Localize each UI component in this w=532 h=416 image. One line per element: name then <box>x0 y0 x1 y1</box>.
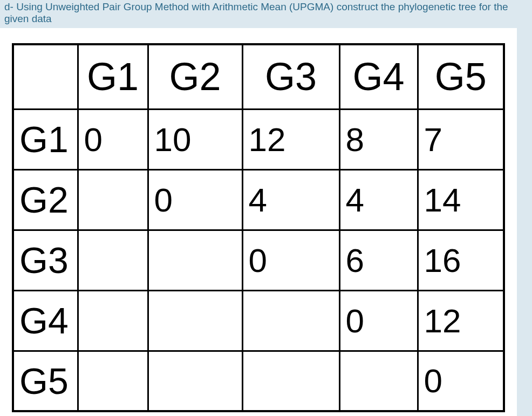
header-empty-cell <box>13 44 78 109</box>
table-header-row: G1 G2 G3 G4 G5 <box>13 44 504 109</box>
cell-g3-g3: 0 <box>242 230 339 290</box>
distance-matrix-table: G1 G2 G3 G4 G5 G1 0 10 12 8 7 G2 0 4 4 1… <box>12 43 505 412</box>
col-header-g2: G2 <box>148 44 242 109</box>
cell-g3-g1 <box>78 230 148 290</box>
question-prefix: d- <box>4 1 13 12</box>
table-row: G4 0 12 <box>13 290 504 351</box>
cell-g4-g1 <box>78 290 148 351</box>
cell-g2-g1 <box>78 169 148 230</box>
table-row: G3 0 6 16 <box>13 230 504 290</box>
cell-g4-g4: 0 <box>339 290 418 351</box>
cell-g4-g2 <box>148 290 242 351</box>
cell-g2-g2: 0 <box>148 169 242 230</box>
cell-g4-g3 <box>242 290 339 351</box>
table-row: G1 0 10 12 8 7 <box>13 109 504 169</box>
cell-g3-g2 <box>148 230 242 290</box>
row-label-g1: G1 <box>13 109 78 169</box>
question-text: d- Using Unweighted Pair Group Method wi… <box>0 0 532 27</box>
cell-g3-g5: 16 <box>418 230 504 290</box>
cell-g2-g3: 4 <box>242 169 339 230</box>
cell-g1-g2: 10 <box>148 109 242 169</box>
cell-g1-g5: 7 <box>418 109 504 169</box>
row-label-g2: G2 <box>13 169 78 230</box>
row-label-g3: G3 <box>13 230 78 290</box>
row-label-g4: G4 <box>13 290 78 351</box>
row-label-g5: G5 <box>13 351 78 411</box>
cell-g2-g4: 4 <box>339 169 418 230</box>
cell-g5-g5: 0 <box>418 351 504 411</box>
cell-g3-g4: 6 <box>339 230 418 290</box>
cell-g5-g4 <box>339 351 418 411</box>
col-header-g5: G5 <box>418 44 504 109</box>
col-header-g1: G1 <box>78 44 148 109</box>
table-container: G1 G2 G3 G4 G5 G1 0 10 12 8 7 G2 0 4 4 1… <box>0 28 517 416</box>
cell-g5-g3 <box>242 351 339 411</box>
table-row: G5 0 <box>13 351 504 411</box>
cell-g4-g5: 12 <box>418 290 504 351</box>
question-body: Using Unweighted Pair Group Method with … <box>4 1 508 24</box>
col-header-g4: G4 <box>339 44 418 109</box>
col-header-g3: G3 <box>242 44 339 109</box>
cell-g2-g5: 14 <box>418 169 504 230</box>
cell-g1-g1: 0 <box>78 109 148 169</box>
table-row: G2 0 4 4 14 <box>13 169 504 230</box>
cell-g5-g2 <box>148 351 242 411</box>
cell-g1-g4: 8 <box>339 109 418 169</box>
cell-g5-g1 <box>78 351 148 411</box>
cell-g1-g3: 12 <box>242 109 339 169</box>
